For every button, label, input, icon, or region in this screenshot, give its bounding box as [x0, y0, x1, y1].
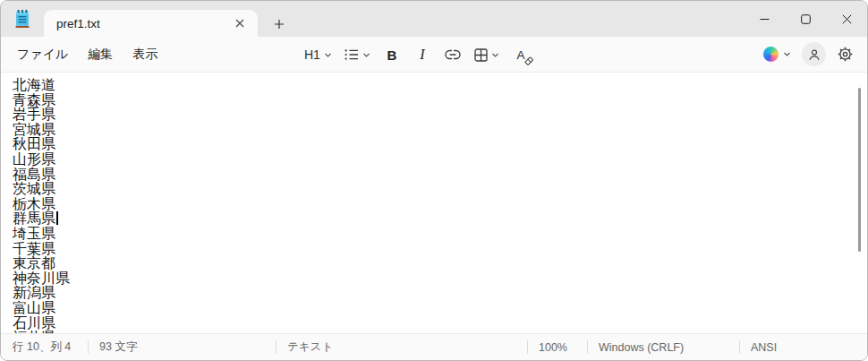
new-tab-button[interactable] [267, 12, 292, 37]
editor-line: 秋田県 [13, 137, 867, 152]
editor-line: 宮城県 [13, 123, 867, 138]
maximize-button[interactable] [785, 1, 826, 37]
editor-line: 富山県 [13, 301, 867, 316]
bold-button[interactable]: B [379, 41, 405, 68]
editor-line: 石川県 [13, 316, 867, 331]
editor-line: 栃木県 [13, 197, 867, 212]
heading-style-button[interactable]: H1 [300, 41, 336, 68]
status-bar: 行 10、列 4 93 文字 テキスト 100% Windows (CRLF) … [1, 333, 867, 360]
heading-label: H1 [304, 47, 320, 62]
status-document-type: テキスト [276, 334, 527, 360]
status-encoding[interactable]: ANSI [739, 334, 867, 360]
minimize-icon [760, 14, 770, 24]
editor-line: 東京都 [13, 256, 867, 271]
editor-line: 岩手県 [13, 107, 867, 123]
status-cursor-position: 行 10、列 4 [1, 334, 88, 360]
table-button[interactable] [470, 41, 504, 68]
chevron-down-icon [491, 51, 499, 59]
italic-button[interactable]: I [409, 41, 436, 68]
settings-button[interactable] [831, 41, 858, 68]
close-icon [235, 19, 244, 28]
menu-edit[interactable]: 編集 [79, 41, 122, 68]
bold-label: B [387, 47, 396, 63]
tab-close-button[interactable] [229, 13, 251, 34]
editor-line: 神奈川県 [13, 271, 867, 287]
editor-line: 千葉県 [13, 242, 867, 257]
menu-toolbar-row: ファイル 編集 表示 H1 B [1, 37, 867, 73]
status-line-ending[interactable]: Windows (CRLF) [587, 334, 739, 360]
editor-line: 福島県 [13, 168, 867, 183]
status-zoom-level[interactable]: 100% [527, 334, 587, 360]
close-icon [842, 14, 852, 24]
editor-line: 青森県 [13, 93, 867, 108]
link-button[interactable] [439, 41, 466, 68]
status-char-count: 93 文字 [88, 334, 276, 360]
editor-line: 北海道 [13, 78, 867, 93]
minimize-button[interactable] [744, 1, 785, 37]
editor-content: 北海道青森県岩手県宮城県秋田県山形県福島県茨城県栃木県群馬県埼玉県千葉県東京都神… [13, 78, 867, 333]
chevron-down-icon [783, 50, 791, 58]
right-toolbar [758, 41, 858, 68]
editor-line: 群馬県 [13, 211, 867, 227]
table-icon [474, 48, 488, 62]
notepad-app-icon [13, 9, 31, 29]
settings-gear-icon [838, 47, 853, 62]
text-caret [56, 211, 58, 225]
window-controls [744, 1, 867, 37]
copilot-button[interactable] [758, 41, 796, 68]
tab-pref1[interactable]: pref1.txt [44, 10, 258, 37]
editor-line: 福井県 [13, 331, 867, 333]
plus-icon [274, 19, 285, 30]
tab-title: pref1.txt [56, 17, 229, 30]
list-icon [345, 48, 359, 61]
maximize-icon [801, 14, 811, 24]
chevron-down-icon [324, 51, 332, 59]
editor-line: 新潟県 [13, 286, 867, 301]
text-editor[interactable]: 北海道青森県岩手県宮城県秋田県山形県福島県茨城県栃木県群馬県埼玉県千葉県東京都神… [1, 73, 867, 333]
close-window-button[interactable] [826, 1, 867, 37]
clear-formatting-button[interactable]: A [507, 41, 534, 68]
format-toolbar: H1 B I [300, 37, 534, 73]
menu-view[interactable]: 表示 [123, 41, 166, 68]
link-icon [445, 49, 461, 60]
italic-label: I [420, 47, 424, 63]
menu-file[interactable]: ファイル [8, 41, 77, 68]
account-button[interactable] [802, 42, 826, 66]
titlebar-drag-region[interactable] [292, 1, 744, 37]
notepad-window: pref1.txt [0, 0, 868, 361]
copilot-icon [763, 47, 779, 62]
chevron-down-icon [362, 51, 370, 59]
title-bar: pref1.txt [1, 1, 867, 37]
list-button[interactable] [340, 41, 375, 68]
editor-line: 山形県 [13, 152, 867, 168]
clear-formatting-icon [524, 56, 533, 65]
vertical-scrollbar[interactable] [858, 88, 861, 252]
editor-line: 茨城県 [13, 182, 867, 197]
editor-line: 埼玉県 [13, 227, 867, 242]
account-icon [808, 48, 821, 61]
app-icon-container [1, 1, 44, 37]
